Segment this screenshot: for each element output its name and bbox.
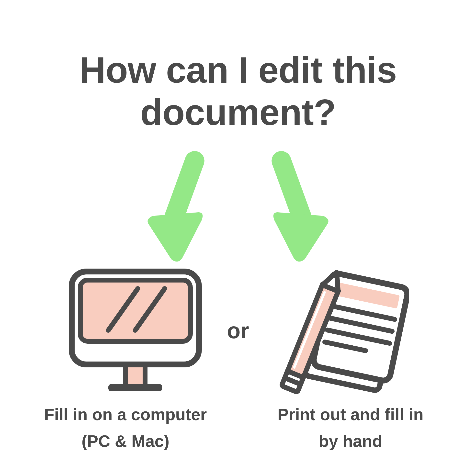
paper-and-pencil-icon	[272, 264, 409, 397]
diagram-title: How can I edit this document?	[0, 49, 476, 133]
caption-computer: Fill in on a computer (PC & Mac)	[30, 401, 221, 455]
caption-print: Print out and fill in by hand	[255, 401, 446, 455]
option-computer	[57, 267, 214, 395]
separator-or: or	[221, 318, 255, 343]
arrow-right-icon	[257, 142, 331, 269]
caption-line: Fill in on a computer	[30, 401, 221, 428]
caption-line: (PC & Mac)	[30, 428, 221, 455]
diagram-stage: How can I edit this document?	[0, 0, 476, 476]
captions-row: Fill in on a computer (PC & Mac) Print o…	[0, 401, 476, 455]
caption-line: by hand	[255, 428, 446, 455]
computer-monitor-icon	[67, 267, 204, 395]
arrow-left-icon	[145, 142, 219, 269]
arrows-row	[0, 142, 476, 269]
option-print	[262, 264, 419, 397]
caption-line: Print out and fill in	[255, 401, 446, 428]
icons-row: or	[0, 264, 476, 397]
